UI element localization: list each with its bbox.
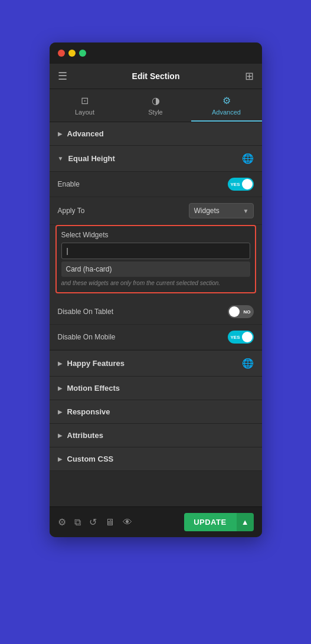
tab-style[interactable]: ◑ Style [120, 89, 191, 122]
gear-icon[interactable]: ⚙ [58, 516, 66, 528]
layout-icon: ⊡ [81, 95, 89, 106]
disable-tablet-toggle-label: NO [244, 309, 251, 315]
update-button-group: UPDATE ▲ [184, 513, 253, 531]
apply-to-select[interactable]: Widgets Columns Rows [189, 203, 254, 218]
chevron-right-icon: ▶ [58, 130, 63, 137]
select-widgets-label: Select Widgets [61, 231, 250, 239]
section-attributes-title: Attributes [67, 431, 254, 440]
enable-label: Enable [58, 180, 228, 188]
apply-to-label: Apply To [58, 207, 189, 215]
tab-advanced[interactable]: ⚙ Advanced [191, 89, 262, 122]
happy-features-plugin-icon: 🌐 [242, 358, 254, 369]
disable-mobile-field-row: Disable On Mobile YES [50, 325, 262, 350]
tab-bar: ⊡ Layout ◑ Style ⚙ Advanced [50, 89, 262, 122]
section-responsive-title: Responsive [67, 407, 254, 416]
advanced-icon: ⚙ [222, 95, 231, 106]
panel-body: ▶ Advanced ▼ Equal Height 🌐 Enable YES A… [50, 122, 262, 506]
window-controls [58, 50, 86, 57]
disable-tablet-field-row: Disable On Tablet NO [50, 299, 262, 325]
update-caret-button[interactable]: ▲ [236, 513, 254, 531]
equal-height-plugin-icon: 🌐 [242, 153, 254, 164]
disable-tablet-label: Disable On Tablet [58, 308, 228, 316]
tab-advanced-label: Advanced [212, 109, 241, 116]
tab-layout-label: Layout [75, 109, 94, 116]
section-equal-height-title: Equal Height [68, 154, 241, 163]
disable-mobile-toggle[interactable]: YES [228, 331, 254, 344]
disable-tablet-toggle[interactable]: NO [228, 305, 254, 318]
section-responsive-header[interactable]: ▶ Responsive [50, 400, 262, 424]
enable-toggle[interactable]: YES [228, 178, 254, 191]
style-icon: ◑ [152, 95, 160, 106]
section-advanced-header[interactable]: ▶ Advanced [50, 122, 262, 146]
maximize-button[interactable] [79, 50, 86, 57]
editor-window: ☰ Edit Section ⊞ ⊡ Layout ◑ Style ⚙ Adva… [50, 43, 262, 537]
select-widgets-input[interactable] [61, 243, 250, 259]
chevron-down-icon: ▼ [58, 155, 64, 162]
panel-title: Edit Section [67, 71, 245, 81]
titlebar [50, 43, 262, 64]
section-equal-height-header[interactable]: ▼ Equal Height 🌐 [50, 146, 262, 172]
section-custom-css-header[interactable]: ▶ Custom CSS [50, 447, 262, 471]
history-icon[interactable]: ↺ [89, 516, 97, 528]
eye-icon[interactable]: 👁 [123, 517, 132, 528]
bottom-spacer [50, 471, 262, 506]
chevron-right-icon: ▶ [58, 385, 63, 391]
section-motion-effects-title: Motion Effects [67, 384, 254, 393]
enable-toggle-label: YES [231, 182, 240, 187]
grid-icon[interactable]: ⊞ [245, 70, 254, 83]
chevron-right-icon: ▶ [58, 408, 63, 415]
apply-to-field-row: Apply To Widgets Columns Rows ▼ [50, 197, 262, 225]
section-motion-effects-header[interactable]: ▶ Motion Effects [50, 377, 262, 400]
hamburger-icon[interactable]: ☰ [58, 70, 67, 83]
widget-option-card[interactable]: Card (ha-card) [61, 261, 250, 277]
tab-style-label: Style [148, 109, 162, 116]
disable-mobile-label: Disable On Mobile [58, 333, 228, 341]
layers-icon[interactable]: ⧉ [74, 517, 81, 528]
chevron-right-icon: ▶ [58, 456, 63, 462]
toggle-knob [242, 179, 253, 189]
section-custom-css-title: Custom CSS [67, 455, 254, 463]
panel-header: ☰ Edit Section ⊞ [50, 64, 262, 89]
footer-icons: ⚙ ⧉ ↺ 🖥 👁 [58, 516, 132, 528]
tab-layout[interactable]: ⊡ Layout [50, 89, 120, 122]
update-button[interactable]: UPDATE [184, 513, 235, 531]
chevron-right-icon: ▶ [58, 360, 63, 367]
toggle-knob [242, 332, 253, 342]
minimize-button[interactable] [68, 50, 76, 57]
section-happy-features-title: Happy Features [67, 359, 242, 368]
section-happy-features-header[interactable]: ▶ Happy Features 🌐 [50, 351, 262, 377]
monitor-icon[interactable]: 🖥 [105, 517, 114, 528]
toggle-knob [229, 306, 240, 317]
footer-toolbar: ⚙ ⧉ ↺ 🖥 👁 UPDATE ▲ [50, 506, 262, 537]
section-attributes-header[interactable]: ▶ Attributes [50, 424, 262, 447]
select-widgets-container: Select Widgets Card (ha-card) and these … [55, 225, 256, 293]
widget-hint: and these widgets are only from the curr… [61, 279, 250, 287]
enable-field-row: Enable YES [50, 172, 262, 197]
chevron-right-icon: ▶ [58, 432, 63, 439]
equal-height-content: Enable YES Apply To Widgets Columns Rows… [50, 172, 262, 351]
section-advanced-title: Advanced [67, 129, 254, 138]
close-button[interactable] [58, 50, 65, 57]
disable-mobile-toggle-label: YES [231, 335, 240, 340]
apply-to-select-wrap: Widgets Columns Rows ▼ [189, 203, 254, 218]
